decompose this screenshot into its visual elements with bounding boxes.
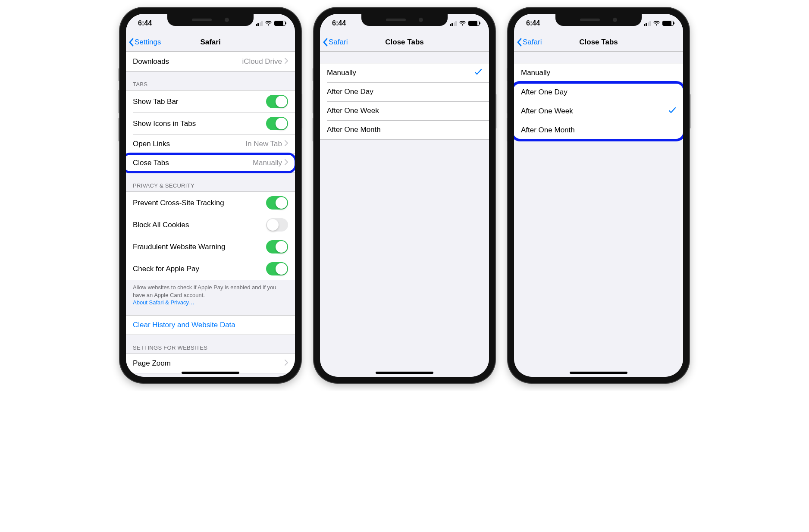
wifi-icon	[265, 21, 272, 26]
footer-text: Allow websites to check if Apple Pay is …	[133, 284, 276, 298]
row-label: Check for Apple Pay	[133, 265, 266, 273]
privacy-link[interactable]: About Safari & Privacy…	[133, 299, 194, 306]
option-label: After One Day	[521, 88, 676, 97]
checkmark-icon	[668, 107, 676, 116]
row-downloads[interactable]: Downloads iCloud Drive	[126, 52, 295, 71]
option-label: After One Month	[327, 125, 482, 134]
row-label: Prevent Cross-Site Tracking	[133, 199, 266, 207]
row-close-tabs[interactable]: Close Tabs Manually	[126, 153, 295, 172]
back-label: Safari	[523, 38, 542, 47]
home-indicator[interactable]	[570, 372, 627, 374]
option-label: After One Week	[521, 107, 668, 116]
settings-content[interactable]: Downloads iCloud Drive Tabs Show Tab Bar…	[126, 52, 295, 377]
option-one-month[interactable]: After One Month	[514, 121, 683, 140]
row-block-cookies[interactable]: Block All Cookies	[126, 214, 295, 236]
options-content[interactable]: Manually After One Day After One Week Af…	[514, 52, 683, 377]
cellular-icon	[644, 21, 651, 26]
battery-icon	[662, 21, 674, 26]
options-content[interactable]: Manually After One Day After One Week Af…	[320, 52, 489, 377]
row-label: Block All Cookies	[133, 221, 266, 229]
chevron-right-icon	[285, 159, 288, 167]
phone-frame-2: 6:44 Safari Close Tabs Manually After	[314, 8, 495, 383]
section-footer-privacy: Allow websites to check if Apple Pay is …	[126, 280, 295, 309]
nav-bar: Safari Close Tabs	[320, 33, 489, 52]
battery-icon	[274, 21, 285, 26]
toggle-cross-site[interactable]	[266, 196, 288, 210]
battery-icon	[468, 21, 480, 26]
row-label: Show Tab Bar	[133, 97, 266, 106]
option-one-day[interactable]: After One Day	[514, 83, 683, 102]
option-manually[interactable]: Manually	[320, 63, 489, 82]
back-button[interactable]: Safari	[517, 38, 542, 47]
page-title: Close Tabs	[385, 38, 423, 47]
wifi-icon	[653, 21, 660, 26]
back-button[interactable]: Settings	[129, 38, 161, 47]
row-show-tab-bar[interactable]: Show Tab Bar	[126, 91, 295, 113]
phone-frame-1: 6:44 Settings Safari Downloads iCloud Dr…	[120, 8, 301, 383]
row-open-links[interactable]: Open Links In New Tab	[126, 135, 295, 153]
notch	[361, 14, 448, 26]
nav-bar: Safari Close Tabs	[514, 33, 683, 52]
row-label: Fraudulent Website Warning	[133, 243, 266, 251]
notch	[555, 14, 642, 26]
option-one-week[interactable]: After One Week	[514, 102, 683, 121]
toggle-show-icons[interactable]	[266, 117, 288, 130]
back-label: Safari	[329, 38, 348, 47]
cellular-icon	[450, 21, 457, 26]
nav-bar: Settings Safari	[126, 33, 295, 52]
row-label: Show Icons in Tabs	[133, 119, 266, 128]
back-label: Settings	[135, 38, 161, 47]
row-label: Page Zoom	[133, 359, 285, 368]
status-time: 6:44	[332, 19, 346, 27]
page-title: Safari	[200, 38, 220, 47]
row-clear-history[interactable]: Clear History and Website Data	[126, 316, 295, 335]
toggle-show-tab-bar[interactable]	[266, 95, 288, 108]
row-label: Open Links	[133, 140, 245, 148]
row-fraud[interactable]: Fraudulent Website Warning	[126, 236, 295, 258]
wifi-icon	[459, 21, 466, 26]
back-button[interactable]: Safari	[323, 38, 348, 47]
row-value: Manually	[253, 159, 282, 167]
cellular-icon	[256, 21, 263, 26]
status-time: 6:44	[526, 19, 540, 27]
chevron-left-icon	[517, 38, 522, 47]
row-apple-pay[interactable]: Check for Apple Pay	[126, 258, 295, 280]
option-manually[interactable]: Manually	[514, 63, 683, 82]
home-indicator[interactable]	[182, 372, 239, 374]
chevron-right-icon	[285, 140, 288, 148]
home-indicator[interactable]	[376, 372, 433, 374]
notch	[167, 14, 254, 26]
option-one-month[interactable]: After One Month	[320, 120, 489, 139]
section-header-tabs: Tabs	[126, 72, 295, 90]
option-label: After One Month	[521, 126, 676, 135]
toggle-fraud[interactable]	[266, 240, 288, 253]
page-title: Close Tabs	[579, 38, 618, 47]
checkmark-icon	[474, 69, 482, 78]
section-header-websites: Settings for Websites	[126, 335, 295, 354]
row-show-icons[interactable]: Show Icons in Tabs	[126, 113, 295, 135]
chevron-right-icon	[285, 57, 288, 66]
option-label: After One Day	[327, 88, 482, 96]
row-cross-site[interactable]: Prevent Cross-Site Tracking	[126, 192, 295, 214]
row-page-zoom[interactable]: Page Zoom	[126, 354, 295, 373]
row-value: In New Tab	[245, 140, 282, 148]
toggle-block-cookies[interactable]	[266, 218, 288, 232]
status-time: 6:44	[138, 19, 152, 27]
option-label: Manually	[327, 69, 474, 77]
chevron-left-icon	[323, 38, 328, 47]
row-label: Clear History and Website Data	[133, 321, 288, 329]
row-value: iCloud Drive	[242, 57, 282, 66]
row-label: Downloads	[133, 57, 242, 66]
option-one-day[interactable]: After One Day	[320, 82, 489, 101]
section-header-privacy: Privacy & Security	[126, 173, 295, 191]
chevron-right-icon	[285, 359, 288, 368]
toggle-apple-pay[interactable]	[266, 262, 288, 275]
chevron-left-icon	[129, 38, 134, 47]
option-label: After One Week	[327, 106, 482, 115]
option-one-week[interactable]: After One Week	[320, 101, 489, 120]
option-label: Manually	[521, 69, 676, 77]
phone-frame-3: 6:44 Safari Close Tabs Manually Af	[508, 8, 689, 383]
row-label: Close Tabs	[133, 159, 253, 167]
